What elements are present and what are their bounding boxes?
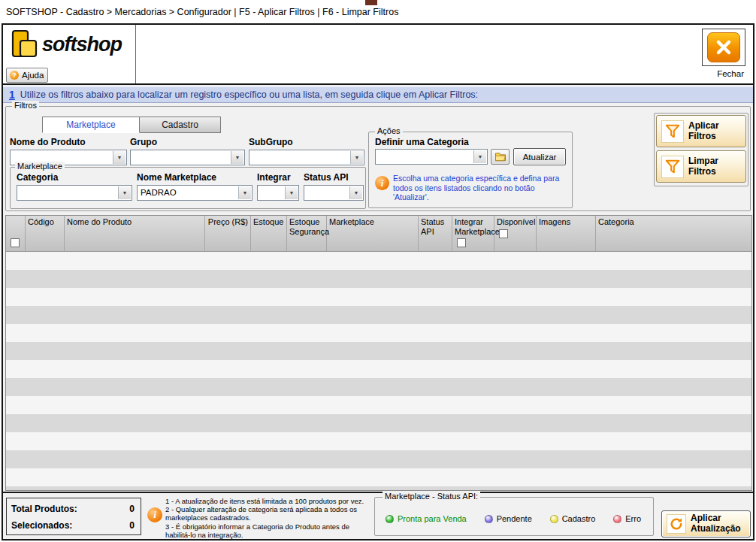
browse-category-button[interactable]: [491, 149, 510, 165]
table-row: [6, 486, 751, 490]
column-header-preco-r[interactable]: Preço (R$): [205, 216, 251, 251]
totals-box: Total Produtos: 0 Selecionados: 0: [6, 498, 141, 535]
column-header-label: Integrar Marketplace: [455, 217, 491, 236]
instruction-text: Utilize os filtros abaixo para localizar…: [20, 89, 478, 100]
aplicar-atualizacao-button[interactable]: Aplicar Atualização: [661, 510, 751, 537]
filters-tabs: Marketplace Cadastro: [42, 117, 221, 133]
footer-notes: 1 - A atualização de itens está limitada…: [165, 497, 373, 539]
chevron-down-icon[interactable]: ▼: [473, 150, 486, 163]
limpar-filtros-button[interactable]: Limpar Filtros: [656, 150, 746, 183]
total-produtos-label: Total Produtos:: [11, 504, 77, 514]
grupo-select[interactable]: ▼: [130, 150, 245, 165]
status-api-select[interactable]: ▼: [304, 185, 364, 201]
status-item-cadastro: Cadastro: [550, 514, 596, 523]
header-checkbox[interactable]: [457, 238, 466, 247]
nome-marketplace-select[interactable]: PADRAO ▼: [137, 185, 253, 201]
status-dot-icon: [613, 515, 621, 523]
column-header-nome-do-produto[interactable]: Nome do Produto: [65, 216, 205, 251]
help-button[interactable]: ? Ajuda: [6, 68, 48, 83]
aplicar-filtros-button[interactable]: Aplicar Filtros: [656, 115, 746, 147]
grupo-label: Grupo: [130, 137, 245, 147]
chevron-down-icon[interactable]: ▼: [231, 151, 243, 164]
column-header-label: Imagens: [539, 217, 593, 227]
close-label: Fechar: [717, 69, 744, 78]
chevron-down-icon[interactable]: ▼: [113, 151, 125, 164]
aplicar-filtros-label: Aplicar Filtros: [688, 121, 741, 142]
nome-marketplace-label: Nome Marketplace: [137, 172, 253, 183]
column-header-label: Estoque: [253, 217, 284, 227]
info-icon: i: [375, 176, 389, 190]
status-label: Pronta para Venda: [398, 514, 467, 523]
acoes-legend: Ações: [375, 126, 403, 135]
integrar-select[interactable]: ▼: [257, 185, 299, 201]
column-header-marketplace[interactable]: Marketplace: [327, 216, 419, 251]
selecionados-label: Selecionados:: [11, 520, 72, 531]
column-header-label: Disponível: [497, 217, 534, 227]
definir-categoria-select[interactable]: ▼: [375, 149, 488, 165]
chevron-down-icon[interactable]: ▼: [238, 186, 251, 199]
funnel-icon: [661, 156, 684, 178]
close-button[interactable]: [707, 32, 740, 62]
column-header-estoque[interactable]: Estoque: [251, 216, 287, 251]
tab-marketplace[interactable]: Marketplace: [42, 117, 140, 133]
table-row: [6, 396, 751, 414]
column-header-select-all[interactable]: [6, 216, 26, 251]
tab-cadastro[interactable]: Cadastro: [140, 117, 221, 133]
categoria-select[interactable]: ▼: [17, 185, 132, 201]
column-header-categoria[interactable]: Categoria: [596, 216, 751, 251]
nome-marketplace-field: Nome Marketplace PADRAO ▼: [137, 172, 253, 201]
softshop-logo-icon: [9, 29, 39, 59]
close-icon: [715, 39, 732, 56]
status-dot-icon: [485, 515, 493, 523]
aplicar-atualizacao-label: Aplicar Atualização: [691, 513, 745, 534]
integrar-label: Integrar: [257, 172, 299, 183]
table-row: [6, 432, 751, 450]
refresh-icon: [667, 514, 686, 534]
selecionados-value: 0: [129, 520, 135, 531]
filters-legend: Filtros: [12, 101, 39, 110]
atualizar-button[interactable]: Atualizar: [513, 148, 566, 165]
subgrupo-select[interactable]: ▼: [249, 150, 364, 165]
folder-icon: [494, 152, 507, 162]
step-number: 1: [9, 89, 15, 101]
status-item-erro: Erro: [613, 514, 641, 523]
column-header-codigo[interactable]: Código: [26, 216, 65, 251]
header-checkbox[interactable]: [499, 229, 508, 238]
status-items: Pronta para VendaPendenteCadastroErro: [375, 498, 653, 535]
integrar-field: Integrar ▼: [257, 172, 299, 201]
column-header-label: Status API: [421, 217, 449, 236]
status-dot-icon: [386, 515, 394, 523]
grid-header: CódigoNome do ProdutoPreço (R$)EstoqueEs…: [6, 216, 751, 252]
chevron-down-icon[interactable]: ▼: [349, 186, 362, 199]
table-row: [6, 270, 751, 288]
column-header-label: Nome do Produto: [67, 217, 202, 227]
window-titlebar: SOFTSHOP - Cadastro > Mercadorias > Conf…: [0, 0, 756, 23]
column-header-estoque-seguranca[interactable]: Estoque Segurança: [287, 216, 327, 251]
instruction-bar: 1 Utilize os filtros abaixo para localiz…: [3, 86, 753, 103]
help-button-label: Ajuda: [22, 71, 44, 80]
grid-body: [6, 252, 751, 490]
total-produtos-value: 0: [129, 504, 135, 514]
acoes-info-text: Escolha uma categoria específica e defin…: [393, 174, 567, 202]
status-label: Cadastro: [562, 514, 596, 523]
footer-note: 3 - É obrigatório informar a Categoria d…: [165, 522, 373, 539]
column-header-imagens[interactable]: Imagens: [537, 216, 596, 251]
table-row: [6, 360, 751, 378]
table-row: [6, 252, 751, 270]
status-dot-icon: [550, 515, 558, 523]
titlebar-artifact: [365, 0, 377, 5]
footer-note: 1 - A atualização de itens está limitada…: [165, 497, 373, 505]
chevron-down-icon[interactable]: ▼: [285, 186, 298, 199]
column-header-status-api[interactable]: Status API: [419, 216, 452, 251]
table-row: [6, 324, 751, 342]
header-checkbox[interactable]: [11, 238, 20, 247]
filters-groupbox: Filtros Marketplace Cadastro Nome do Pro…: [5, 106, 751, 211]
chevron-down-icon[interactable]: ▼: [118, 186, 131, 199]
app-window: softshop ? Ajuda Fechar 1 Utilize os fil…: [2, 23, 754, 540]
acoes-groupbox: Ações Definir uma Categoria ▼ Atualizar …: [368, 132, 573, 208]
column-header-disponivel[interactable]: Disponível: [494, 216, 537, 251]
column-header-integrar-marketplace[interactable]: Integrar Marketplace: [452, 216, 494, 251]
chevron-down-icon[interactable]: ▼: [350, 151, 363, 164]
status-api-groupbox: Marketplace - Status API: Pronta para Ve…: [374, 497, 654, 536]
softshop-logo: softshop: [9, 29, 122, 59]
